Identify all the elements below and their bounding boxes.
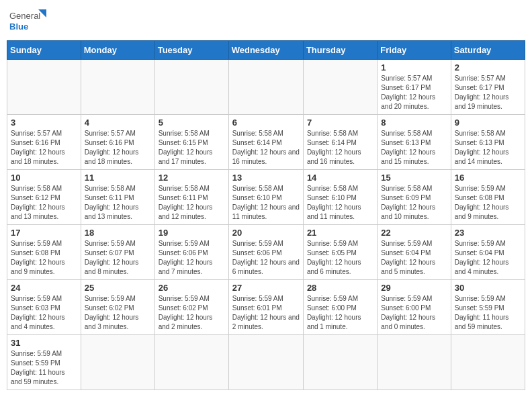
calendar-week-row: 3Sunrise: 5:57 AM Sunset: 6:16 PM Daylig…	[7, 115, 525, 170]
calendar-cell: 9Sunrise: 5:58 AM Sunset: 6:13 PM Daylig…	[451, 115, 525, 170]
calendar-cell: 7Sunrise: 5:58 AM Sunset: 6:14 PM Daylig…	[303, 115, 377, 170]
day-number: 12	[159, 173, 225, 183]
day-info: Sunrise: 5:59 AM Sunset: 6:00 PM Dayligh…	[307, 294, 373, 332]
calendar-cell: 8Sunrise: 5:58 AM Sunset: 6:13 PM Daylig…	[378, 115, 451, 170]
weekday-header-tuesday: Tuesday	[154, 41, 228, 60]
weekday-header-friday: Friday	[378, 41, 451, 60]
weekday-header-monday: Monday	[81, 41, 154, 60]
calendar-cell: 11Sunrise: 5:58 AM Sunset: 6:11 PM Dayli…	[81, 170, 154, 225]
day-info: Sunrise: 5:57 AM Sunset: 6:17 PM Dayligh…	[381, 74, 447, 111]
calendar-cell: 23Sunrise: 5:59 AM Sunset: 6:04 PM Dayli…	[451, 225, 525, 280]
day-number: 22	[381, 228, 447, 238]
day-number: 2	[455, 62, 521, 73]
calendar-week-row: 17Sunrise: 5:59 AM Sunset: 6:08 PM Dayli…	[7, 225, 525, 280]
day-number: 4	[85, 118, 151, 128]
day-info: Sunrise: 5:57 AM Sunset: 6:16 PM Dayligh…	[11, 129, 77, 167]
calendar-cell: 28Sunrise: 5:59 AM Sunset: 6:00 PM Dayli…	[303, 280, 377, 335]
calendar-cell: 16Sunrise: 5:59 AM Sunset: 6:08 PM Dayli…	[451, 170, 525, 225]
calendar-cell: 27Sunrise: 5:59 AM Sunset: 6:01 PM Dayli…	[228, 280, 303, 335]
weekday-header-thursday: Thursday	[303, 41, 377, 60]
calendar-cell	[81, 60, 154, 115]
calendar-cell: 17Sunrise: 5:59 AM Sunset: 6:08 PM Dayli…	[7, 225, 81, 280]
calendar-cell: 24Sunrise: 5:59 AM Sunset: 6:03 PM Dayli…	[7, 280, 81, 335]
day-number: 21	[307, 228, 373, 238]
day-number: 20	[232, 228, 300, 238]
day-info: Sunrise: 5:59 AM Sunset: 6:02 PM Dayligh…	[159, 294, 225, 332]
calendar-cell: 13Sunrise: 5:58 AM Sunset: 6:10 PM Dayli…	[228, 170, 303, 225]
calendar-week-row: 1Sunrise: 5:57 AM Sunset: 6:17 PM Daylig…	[7, 60, 525, 115]
day-info: Sunrise: 5:59 AM Sunset: 6:08 PM Dayligh…	[11, 239, 77, 277]
day-number: 8	[381, 118, 447, 128]
calendar-header-row: SundayMondayTuesdayWednesdayThursdayFrid…	[7, 41, 525, 60]
day-number: 29	[381, 283, 447, 293]
day-number: 30	[455, 283, 521, 293]
day-number: 19	[159, 228, 225, 238]
calendar-cell: 18Sunrise: 5:59 AM Sunset: 6:07 PM Dayli…	[81, 225, 154, 280]
day-info: Sunrise: 5:59 AM Sunset: 6:00 PM Dayligh…	[381, 294, 447, 332]
svg-text:General: General	[9, 11, 40, 21]
calendar-cell: 4Sunrise: 5:57 AM Sunset: 6:16 PM Daylig…	[81, 115, 154, 170]
day-info: Sunrise: 5:57 AM Sunset: 6:17 PM Dayligh…	[455, 74, 521, 111]
calendar-week-row: 10Sunrise: 5:58 AM Sunset: 6:12 PM Dayli…	[7, 170, 525, 225]
day-info: Sunrise: 5:59 AM Sunset: 6:03 PM Dayligh…	[11, 294, 77, 332]
page-header: GeneralBlue	[7, 7, 525, 35]
calendar-cell: 29Sunrise: 5:59 AM Sunset: 6:00 PM Dayli…	[378, 280, 451, 335]
day-info: Sunrise: 5:58 AM Sunset: 6:12 PM Dayligh…	[11, 184, 77, 222]
day-info: Sunrise: 5:58 AM Sunset: 6:10 PM Dayligh…	[307, 184, 373, 222]
calendar-week-row: 31Sunrise: 5:59 AM Sunset: 5:59 PM Dayli…	[7, 335, 525, 390]
day-info: Sunrise: 5:58 AM Sunset: 6:10 PM Dayligh…	[232, 184, 300, 222]
day-info: Sunrise: 5:59 AM Sunset: 6:02 PM Dayligh…	[85, 294, 151, 332]
day-info: Sunrise: 5:59 AM Sunset: 6:01 PM Dayligh…	[232, 294, 300, 332]
day-number: 28	[307, 283, 373, 293]
logo: GeneralBlue	[9, 7, 50, 35]
day-info: Sunrise: 5:59 AM Sunset: 6:06 PM Dayligh…	[232, 239, 300, 277]
day-number: 3	[11, 118, 77, 128]
calendar-week-row: 24Sunrise: 5:59 AM Sunset: 6:03 PM Dayli…	[7, 280, 525, 335]
day-number: 26	[159, 283, 225, 293]
day-info: Sunrise: 5:58 AM Sunset: 6:14 PM Dayligh…	[307, 129, 373, 167]
calendar-cell: 26Sunrise: 5:59 AM Sunset: 6:02 PM Dayli…	[154, 280, 228, 335]
day-info: Sunrise: 5:58 AM Sunset: 6:13 PM Dayligh…	[455, 129, 521, 167]
calendar-cell	[81, 335, 154, 390]
day-number: 9	[455, 118, 521, 128]
day-info: Sunrise: 5:59 AM Sunset: 6:08 PM Dayligh…	[455, 184, 521, 222]
day-number: 16	[455, 173, 521, 183]
calendar-cell: 6Sunrise: 5:58 AM Sunset: 6:14 PM Daylig…	[228, 115, 303, 170]
day-number: 18	[85, 228, 151, 238]
calendar-cell	[303, 335, 377, 390]
day-number: 31	[11, 338, 77, 348]
day-info: Sunrise: 5:59 AM Sunset: 5:59 PM Dayligh…	[11, 349, 77, 387]
calendar-cell: 25Sunrise: 5:59 AM Sunset: 6:02 PM Dayli…	[81, 280, 154, 335]
day-number: 7	[307, 118, 373, 128]
calendar-cell: 3Sunrise: 5:57 AM Sunset: 6:16 PM Daylig…	[7, 115, 81, 170]
day-number: 17	[11, 228, 77, 238]
day-info: Sunrise: 5:59 AM Sunset: 6:04 PM Dayligh…	[455, 239, 521, 277]
weekday-header-wednesday: Wednesday	[228, 41, 303, 60]
day-info: Sunrise: 5:58 AM Sunset: 6:13 PM Dayligh…	[381, 129, 447, 167]
calendar-cell	[451, 335, 525, 390]
calendar-cell: 2Sunrise: 5:57 AM Sunset: 6:17 PM Daylig…	[451, 60, 525, 115]
calendar-table: SundayMondayTuesdayWednesdayThursdayFrid…	[7, 40, 525, 390]
day-info: Sunrise: 5:58 AM Sunset: 6:11 PM Dayligh…	[85, 184, 151, 222]
day-info: Sunrise: 5:58 AM Sunset: 6:09 PM Dayligh…	[381, 184, 447, 222]
calendar-cell: 10Sunrise: 5:58 AM Sunset: 6:12 PM Dayli…	[7, 170, 81, 225]
calendar-cell: 19Sunrise: 5:59 AM Sunset: 6:06 PM Dayli…	[154, 225, 228, 280]
calendar-cell	[154, 60, 228, 115]
day-number: 24	[11, 283, 77, 293]
calendar-cell	[7, 60, 81, 115]
day-info: Sunrise: 5:57 AM Sunset: 6:16 PM Dayligh…	[85, 129, 151, 167]
day-info: Sunrise: 5:59 AM Sunset: 6:04 PM Dayligh…	[381, 239, 447, 277]
calendar-cell	[303, 60, 377, 115]
calendar-cell	[378, 335, 451, 390]
day-number: 13	[232, 173, 300, 183]
day-info: Sunrise: 5:59 AM Sunset: 6:06 PM Dayligh…	[159, 239, 225, 277]
calendar-cell: 1Sunrise: 5:57 AM Sunset: 6:17 PM Daylig…	[378, 60, 451, 115]
day-info: Sunrise: 5:59 AM Sunset: 6:05 PM Dayligh…	[307, 239, 373, 277]
weekday-header-saturday: Saturday	[451, 41, 525, 60]
day-number: 15	[381, 173, 447, 183]
calendar-cell: 5Sunrise: 5:58 AM Sunset: 6:15 PM Daylig…	[154, 115, 228, 170]
day-info: Sunrise: 5:58 AM Sunset: 6:14 PM Dayligh…	[232, 129, 300, 167]
day-number: 10	[11, 173, 77, 183]
day-number: 27	[232, 283, 300, 293]
calendar-cell: 14Sunrise: 5:58 AM Sunset: 6:10 PM Dayli…	[303, 170, 377, 225]
